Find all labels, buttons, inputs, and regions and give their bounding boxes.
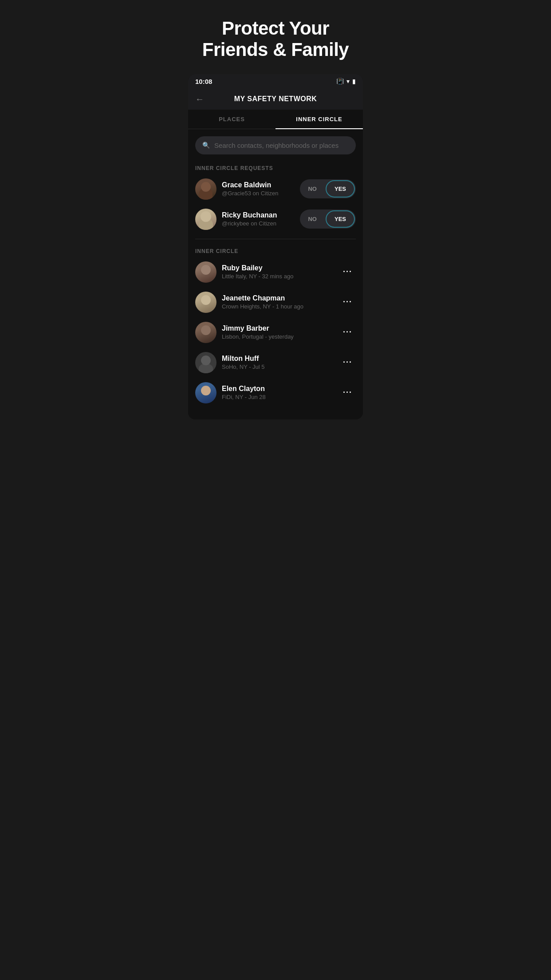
nav-title: MY SAFETY NETWORK [234,95,317,103]
person-info-jimmy: Jimmy Barber Lisbon, Portugal - yesterda… [222,324,334,340]
search-icon: 🔍 [202,142,210,149]
no-button-ricky[interactable]: NO [300,209,325,229]
status-time: 10:08 [195,78,212,85]
avatar-ricky [195,209,216,230]
status-bar: 10:08 📳 ▾ ▮ [188,74,363,89]
person-name-jimmy: Jimmy Barber [222,324,334,332]
wifi-icon: ▾ [346,78,350,85]
hero-section: Protect Your Friends & Family [184,0,367,74]
more-button-jimmy[interactable]: ··· [339,326,356,339]
person-name-grace: Grace Baldwin [222,181,295,189]
person-info-milton: Milton Huff SoHo, NY - Jul 5 [222,355,334,370]
circle-header: INNER CIRCLE [195,248,356,254]
more-button-elen[interactable]: ··· [339,386,356,399]
circle-item-milton: Milton Huff SoHo, NY - Jul 5 ··· [195,352,356,373]
avatar-milton [195,352,216,373]
tabs-container: PLACES INNER CIRCLE [188,110,363,129]
person-info-ruby: Ruby Bailey Little Italy, NY - 32 mins a… [222,264,334,280]
yes-button-grace[interactable]: YES [326,180,355,198]
tab-inner-circle[interactable]: INNER CIRCLE [276,110,363,129]
search-input[interactable]: Search contacts, neighborhoods or places [214,142,338,149]
avatar-ruby [195,261,216,283]
person-location-jeanette: Crown Heights, NY - 1 hour ago [222,303,334,310]
circle-section: INNER CIRCLE Ruby Bailey Little Italy, N… [195,248,356,403]
request-item-grace: Grace Baldwin @Gracie53 on Citizen NO YE… [195,178,356,200]
person-location-milton: SoHo, NY - Jul 5 [222,364,334,370]
yes-button-ricky[interactable]: YES [326,210,355,228]
person-name-jeanette: Jeanette Chapman [222,294,334,302]
person-name-milton: Milton Huff [222,355,334,363]
vibrate-icon: 📳 [336,78,344,85]
more-button-ruby[interactable]: ··· [339,265,356,278]
response-buttons-grace: NO YES [300,179,356,198]
request-item-ricky: Ricky Buchanan @rickybee on Citizen NO Y… [195,209,356,230]
avatar-jimmy [195,322,216,343]
person-sub-ricky: @rickybee on Citizen [222,220,295,227]
battery-icon: ▮ [352,78,356,85]
response-buttons-ricky: NO YES [300,209,356,229]
top-nav: ← MY SAFETY NETWORK [188,89,363,110]
person-name-ruby: Ruby Bailey [222,264,334,272]
search-bar[interactable]: 🔍 Search contacts, neighborhoods or plac… [195,136,356,154]
person-name-ricky: Ricky Buchanan [222,211,295,219]
circle-item-jeanette: Jeanette Chapman Crown Heights, NY - 1 h… [195,292,356,313]
section-divider [195,239,356,239]
no-button-grace[interactable]: NO [300,179,325,198]
person-info-jeanette: Jeanette Chapman Crown Heights, NY - 1 h… [222,294,334,310]
avatar-grace [195,178,216,200]
phone-frame: 10:08 📳 ▾ ▮ ← MY SAFETY NETWORK PLACES I… [188,74,363,419]
person-location-ruby: Little Italy, NY - 32 mins ago [222,273,334,280]
page-wrapper: Protect Your Friends & Family 10:08 📳 ▾ … [184,0,367,428]
person-name-elen: Elen Clayton [222,385,334,393]
tab-places[interactable]: PLACES [188,110,276,129]
more-button-milton[interactable]: ··· [339,356,356,369]
person-info-ricky: Ricky Buchanan @rickybee on Citizen [222,211,295,227]
person-info-elen: Elen Clayton FiDi, NY - Jun 28 [222,385,334,400]
person-sub-grace: @Gracie53 on Citizen [222,190,295,197]
content-area: 🔍 Search contacts, neighborhoods or plac… [188,129,363,419]
person-info-grace: Grace Baldwin @Gracie53 on Citizen [222,181,295,197]
circle-item-ruby: Ruby Bailey Little Italy, NY - 32 mins a… [195,261,356,283]
back-button[interactable]: ← [195,94,204,104]
hero-title: Protect Your Friends & Family [197,18,354,61]
circle-item-jimmy: Jimmy Barber Lisbon, Portugal - yesterda… [195,322,356,343]
avatar-elen [195,382,216,403]
circle-item-elen: Elen Clayton FiDi, NY - Jun 28 ··· [195,382,356,403]
person-location-jimmy: Lisbon, Portugal - yesterday [222,333,334,340]
more-button-jeanette[interactable]: ··· [339,296,356,308]
requests-section: INNER CIRCLE REQUESTS Grace Baldwin @Gra… [195,165,356,230]
person-location-elen: FiDi, NY - Jun 28 [222,394,334,400]
status-icons: 📳 ▾ ▮ [336,78,356,85]
avatar-jeanette [195,292,216,313]
requests-header: INNER CIRCLE REQUESTS [195,165,356,171]
